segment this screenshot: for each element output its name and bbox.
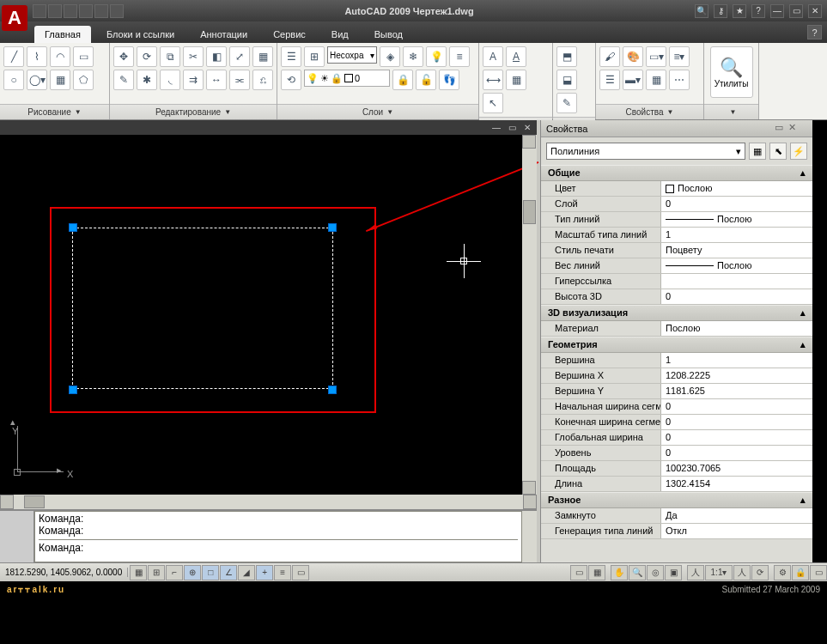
- lwt-icon[interactable]: ≡: [274, 565, 291, 580]
- props-more-icon[interactable]: ⋯: [669, 70, 690, 90]
- ducs-icon[interactable]: ◢: [238, 565, 255, 580]
- hatch-icon[interactable]: ▦: [50, 70, 70, 90]
- polar-icon[interactable]: ⊕: [184, 565, 201, 580]
- search-icon[interactable]: 🔍: [695, 4, 708, 18]
- select-objects-icon[interactable]: ⬉: [769, 143, 787, 160]
- property-value[interactable]: 1: [661, 353, 812, 368]
- array-icon[interactable]: ▦: [252, 46, 273, 67]
- qat-print-icon[interactable]: [79, 4, 93, 18]
- app-logo[interactable]: A: [2, 5, 27, 31]
- property-row[interactable]: Генерация типа линийОткл: [541, 524, 812, 539]
- fillet-icon[interactable]: ◟: [160, 70, 180, 90]
- table-icon[interactable]: ▦: [506, 70, 526, 90]
- bylayer-color-icon[interactable]: ▭▾: [646, 46, 666, 67]
- layer-lock-icon[interactable]: 🔒: [392, 70, 413, 90]
- mtext-icon[interactable]: A: [506, 46, 526, 67]
- osnap-icon[interactable]: □: [202, 565, 219, 580]
- edit-block-icon[interactable]: ✎: [556, 93, 577, 113]
- property-value[interactable]: 0: [661, 289, 812, 304]
- property-value[interactable]: 0: [661, 415, 812, 429]
- property-value[interactable]: 0: [661, 446, 812, 460]
- property-value[interactable]: 1302.4154: [661, 477, 812, 491]
- property-value[interactable]: Откл: [661, 524, 812, 538]
- property-row[interactable]: Цвет Послою: [541, 181, 812, 197]
- palette-dock-icon[interactable]: ▭: [775, 122, 787, 133]
- viewport-min-icon[interactable]: —: [490, 123, 502, 133]
- help-icon[interactable]: ?: [751, 4, 765, 18]
- command-scrollbar[interactable]: [522, 511, 537, 562]
- annoscale-icon[interactable]: 人: [687, 565, 704, 580]
- circle-icon[interactable]: ○: [3, 70, 24, 90]
- grip-tr[interactable]: [328, 223, 337, 232]
- lineweight-icon[interactable]: ▬▾: [623, 70, 643, 90]
- scroll-up-icon[interactable]: [522, 135, 536, 149]
- ribbon-help-button[interactable]: ?: [807, 25, 822, 39]
- property-value[interactable]: Да: [661, 508, 812, 523]
- property-row[interactable]: МатериалПослою: [541, 321, 812, 337]
- color-icon[interactable]: 🎨: [623, 46, 643, 67]
- layer-props-icon[interactable]: ☰: [281, 46, 301, 67]
- qp-icon[interactable]: ▭: [292, 565, 309, 580]
- quick-select-icon[interactable]: ⚡: [790, 143, 807, 160]
- arc-icon[interactable]: ◠: [50, 46, 70, 67]
- offset-icon[interactable]: ⇉: [183, 70, 204, 90]
- line-icon[interactable]: ╱: [3, 46, 24, 67]
- property-row[interactable]: Стиль печатиПоцвету: [541, 243, 812, 258]
- layer-freeze-icon[interactable]: ❄: [403, 46, 423, 67]
- layer-unlock-icon[interactable]: 🔓: [416, 70, 436, 90]
- scroll-thumb-v[interactable]: [523, 200, 536, 224]
- property-row[interactable]: Вершина Y1181.625: [541, 384, 812, 399]
- scroll-down-icon[interactable]: [522, 481, 536, 495]
- gridmode-icon[interactable]: ⊞: [148, 565, 165, 580]
- property-value[interactable]: 1: [661, 228, 812, 242]
- favorites-icon[interactable]: ★: [733, 4, 746, 18]
- annovisibility-icon[interactable]: 人: [733, 565, 751, 580]
- layout-quick-icon[interactable]: ▦: [588, 565, 605, 580]
- pan-icon[interactable]: ✋: [611, 565, 628, 580]
- keys-icon[interactable]: ⚷: [714, 4, 727, 18]
- layer-combo[interactable]: Несохра▾: [327, 46, 377, 64]
- layer-pill[interactable]: 💡☀🔒0: [304, 70, 390, 87]
- scale-icon[interactable]: ⤢: [229, 46, 250, 67]
- layer-states-icon[interactable]: ⊞: [304, 46, 325, 67]
- toolbar-lock-icon[interactable]: 🔒: [792, 565, 809, 580]
- tab-annotations[interactable]: Аннотации: [190, 26, 258, 43]
- horizontal-scrollbar[interactable]: [0, 495, 537, 509]
- model-icon[interactable]: ▭: [570, 565, 587, 580]
- join-icon[interactable]: ⫘: [229, 70, 250, 90]
- match-props-icon[interactable]: 🖌: [599, 46, 620, 67]
- maximize-button[interactable]: ▭: [789, 4, 803, 18]
- vertical-scrollbar[interactable]: [522, 135, 537, 495]
- linetype-icon[interactable]: ≡▾: [669, 46, 690, 67]
- qat-redo-icon[interactable]: [110, 4, 124, 18]
- property-row[interactable]: Высота 3D0: [541, 289, 812, 305]
- scroll-thumb-h[interactable]: [24, 495, 45, 508]
- minimize-button[interactable]: —: [770, 4, 784, 18]
- stretch-icon[interactable]: ↔: [206, 70, 227, 90]
- property-row[interactable]: Начальная ширина сегм...0: [541, 399, 812, 415]
- grip-tl[interactable]: [69, 223, 77, 232]
- pickadd-icon[interactable]: ▦: [749, 143, 766, 160]
- list-icon[interactable]: ☰: [599, 70, 620, 90]
- scroll-left-icon[interactable]: [0, 495, 14, 509]
- insert-block-icon[interactable]: ⬒: [556, 46, 577, 67]
- property-row[interactable]: ЗамкнутоДа: [541, 508, 812, 524]
- tab-service[interactable]: Сервис: [263, 26, 316, 43]
- selected-polyline[interactable]: [72, 228, 333, 389]
- coordinates[interactable]: 1812.5290, 1405.9062, 0.0000: [0, 568, 128, 577]
- category-header[interactable]: Общие▴: [541, 165, 812, 181]
- property-value[interactable]: 100230.7065: [661, 461, 812, 476]
- dimension-icon[interactable]: ⟷: [483, 70, 503, 90]
- leader-icon[interactable]: ↖: [483, 93, 503, 113]
- scale-combo[interactable]: 1:1▾: [705, 565, 733, 580]
- cleanscreen-icon[interactable]: ▭: [810, 565, 827, 580]
- property-row[interactable]: Уровень0: [541, 446, 812, 461]
- category-header[interactable]: Разное▴: [541, 492, 812, 508]
- qat-open-icon[interactable]: [48, 4, 62, 18]
- qat-undo-icon[interactable]: [94, 4, 108, 18]
- tab-view[interactable]: Вид: [321, 26, 359, 43]
- category-header[interactable]: 3D визуализация▴: [541, 305, 812, 321]
- viewport-close-icon[interactable]: ✕: [521, 123, 533, 133]
- property-row[interactable]: Тип линий Послою: [541, 212, 812, 228]
- scroll-right-icon[interactable]: [523, 495, 537, 509]
